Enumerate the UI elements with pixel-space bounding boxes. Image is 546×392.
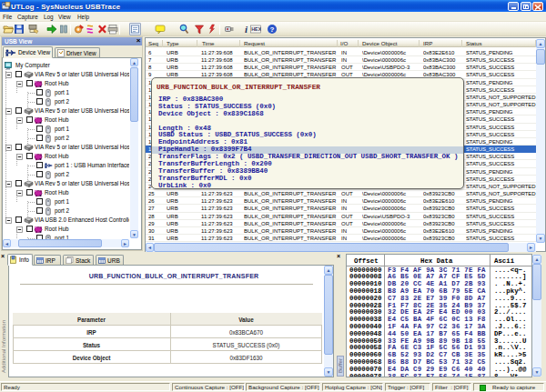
svg-text:?: ? <box>270 25 275 34</box>
svg-text:HEX: HEX <box>251 26 261 32</box>
svg-text:i: i <box>245 24 248 35</box>
